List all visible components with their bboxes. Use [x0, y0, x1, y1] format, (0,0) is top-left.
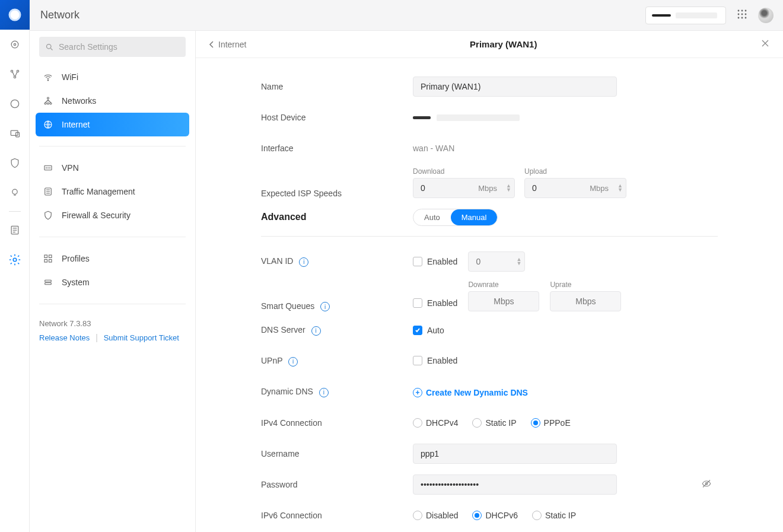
svg-point-1 — [11, 41, 18, 48]
label-smart-queues: Smart Queues i — [261, 301, 413, 312]
close-button[interactable] — [760, 39, 770, 50]
nav-label: WiFi — [62, 72, 78, 82]
back-button[interactable]: Internet — [209, 40, 246, 49]
nav-system[interactable]: System — [36, 270, 189, 294]
svg-point-14 — [745, 10, 747, 12]
label-download: Download — [413, 167, 515, 176]
nav-label: System — [62, 278, 90, 287]
nav-profiles[interactable]: Profiles — [36, 247, 189, 270]
label-downrate: Downrate — [468, 281, 539, 289]
device-selector[interactable] — [645, 7, 726, 24]
svg-point-2 — [14, 43, 15, 45]
info-icon[interactable]: i — [299, 257, 308, 267]
radio-dhcpv4[interactable]: DHCPv4 — [413, 418, 458, 428]
svg-point-23 — [44, 103, 46, 104]
smartq-enabled-checkbox[interactable]: Enabled — [413, 298, 457, 308]
create-ddns-button[interactable]: + Create New Dynamic DNS — [413, 388, 528, 397]
rail-devices-icon[interactable] — [0, 119, 30, 148]
svg-point-17 — [745, 14, 747, 15]
networks-icon — [42, 95, 55, 106]
svg-point-11 — [13, 258, 17, 262]
stepper-icon: ▲▼ — [516, 257, 521, 266]
stepper-icon[interactable]: ▲▼ — [618, 184, 623, 192]
version-text: Network 7.3.83 — [39, 319, 186, 328]
info-icon[interactable]: i — [288, 357, 298, 367]
device-name-blurred — [676, 12, 717, 18]
rail-security-icon[interactable] — [0, 148, 30, 178]
rail-logs-icon[interactable] — [0, 215, 30, 245]
svg-rect-33 — [49, 260, 52, 263]
radio-dhcpv6[interactable]: DHCPv6 — [472, 511, 517, 520]
info-icon[interactable]: i — [320, 302, 330, 311]
nav-wifi[interactable]: WiFi — [36, 65, 189, 89]
search-box[interactable] — [39, 37, 186, 57]
nav-networks[interactable]: Networks — [36, 89, 189, 113]
info-icon[interactable]: i — [319, 388, 329, 397]
label-upload: Upload — [524, 167, 626, 176]
info-icon[interactable]: i — [311, 326, 321, 336]
svg-point-25 — [50, 103, 52, 104]
radio-pppoe[interactable]: PPPoE — [531, 418, 571, 428]
rail-topology-icon[interactable] — [0, 59, 30, 89]
upload-input[interactable] — [524, 178, 626, 198]
release-notes-link[interactable]: Release Notes — [39, 333, 90, 342]
topbar: Network — [30, 0, 783, 31]
apps-grid-icon[interactable] — [737, 9, 747, 21]
section-advanced: Advanced — [261, 212, 413, 222]
seg-manual[interactable]: Manual — [451, 209, 498, 225]
nav-firewall[interactable]: Firewall & Security — [36, 203, 189, 227]
label-interface: Interface — [261, 144, 413, 153]
svg-point-15 — [738, 14, 740, 15]
vlan-enabled-checkbox[interactable]: Enabled — [413, 257, 457, 266]
nav-label: Traffic Management — [62, 187, 135, 196]
eye-off-icon[interactable] — [701, 479, 712, 491]
upnp-enabled-checkbox[interactable]: Enabled — [413, 356, 457, 365]
svg-point-0 — [9, 9, 20, 20]
svg-point-12 — [738, 10, 740, 12]
label-vlan-id: VLAN ID i — [261, 256, 413, 267]
rail-insights-icon[interactable] — [0, 178, 30, 208]
svg-point-16 — [741, 14, 743, 15]
stepper-icon[interactable]: ▲▼ — [506, 184, 511, 192]
svg-point-22 — [47, 80, 49, 81]
support-link[interactable]: Submit Support Ticket — [104, 333, 179, 342]
radio-staticip4[interactable]: Static IP — [472, 418, 516, 428]
seg-auto[interactable]: Auto — [413, 209, 451, 225]
nav-traffic[interactable]: Traffic Management — [36, 180, 189, 203]
radio-staticip6[interactable]: Static IP — [532, 511, 576, 520]
label-ipv6: IPv6 Connection — [261, 511, 413, 520]
password-input[interactable] — [413, 474, 617, 495]
nav-label: Networks — [62, 96, 96, 106]
nav-internet[interactable]: Internet — [36, 113, 189, 136]
plus-circle-icon: + — [413, 388, 422, 397]
wifi-icon — [42, 72, 55, 82]
advanced-mode-segmented[interactable]: Auto Manual — [413, 209, 498, 226]
rail-radar-icon[interactable] — [0, 89, 30, 119]
settings-sidebar: WiFi Networks Internet VPN — [30, 31, 196, 532]
name-input[interactable] — [413, 77, 617, 97]
close-icon — [760, 39, 770, 48]
radio-ipv6-disabled[interactable]: Disabled — [413, 511, 458, 520]
username-input[interactable] — [413, 444, 617, 464]
svg-rect-7 — [11, 130, 18, 135]
rail-dashboard-icon[interactable] — [0, 30, 30, 59]
download-input[interactable] — [413, 178, 515, 198]
svg-point-19 — [741, 17, 743, 19]
svg-point-5 — [14, 76, 15, 78]
svg-rect-32 — [44, 260, 47, 263]
host-name-blurred — [437, 114, 520, 121]
nav-label: VPN — [62, 163, 79, 173]
rail-settings-icon[interactable] — [0, 245, 30, 275]
nav-label: Firewall & Security — [62, 211, 130, 220]
user-avatar[interactable] — [758, 8, 774, 23]
label-uprate: Uprate — [550, 281, 621, 289]
dns-auto-checkbox[interactable]: Auto — [413, 326, 444, 335]
uprate-input — [550, 291, 621, 311]
device-glyph — [652, 14, 671, 17]
search-input[interactable] — [59, 42, 180, 52]
app-logo[interactable] — [0, 0, 30, 30]
label-ddns: Dynamic DNS i — [261, 387, 413, 397]
host-device-value — [413, 114, 718, 121]
back-label: Internet — [218, 40, 246, 49]
nav-vpn[interactable]: VPN — [36, 156, 189, 180]
